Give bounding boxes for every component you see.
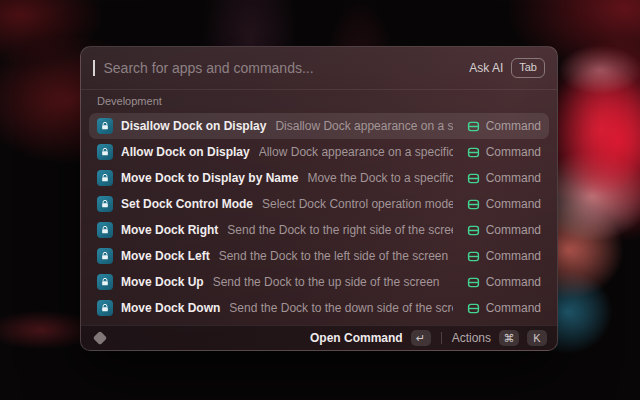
lock-icon <box>100 303 110 313</box>
item-type-label: Command <box>486 171 541 185</box>
list-item-move-dock-down[interactable]: Move Dock Down Send the Dock to the down… <box>89 295 549 321</box>
list-item-move-dock-to-display-by-name[interactable]: Move Dock to Display by Name Move the Do… <box>89 165 549 191</box>
open-command-button[interactable]: Open Command <box>310 331 403 345</box>
lock-icon <box>100 277 110 287</box>
list-item-allow-dock-on-display[interactable]: Allow Dock on Display Allow Dock appeara… <box>89 139 549 165</box>
item-title: Move Dock to Display by Name <box>121 171 298 185</box>
section-header-development: Development <box>89 90 549 108</box>
dock-app-icon <box>97 118 113 134</box>
command-type-icon <box>467 172 480 185</box>
item-accessory: Command <box>467 301 541 315</box>
results-list: Development Disallow Dock on Display Dis… <box>81 90 557 325</box>
item-title: Disallow Dock on Display <box>121 119 266 133</box>
footer-divider <box>441 332 442 344</box>
item-subtitle: Move the Dock to a specific display by N… <box>307 171 452 185</box>
item-subtitle: Send the Dock to the down side of the sc… <box>229 301 452 315</box>
dock-app-icon <box>97 196 113 212</box>
dock-app-icon <box>97 170 113 186</box>
item-type-label: Command <box>486 223 541 237</box>
enter-key-badge: ↵ <box>411 330 431 346</box>
dock-app-icon <box>97 222 113 238</box>
item-subtitle: Allow Dock appearance on a specific disp… <box>259 145 453 159</box>
command-type-icon <box>467 146 480 159</box>
item-title: Move Dock Down <box>121 301 220 315</box>
item-accessory: Command <box>467 119 541 133</box>
list-item-move-dock-left[interactable]: Move Dock Left Send the Dock to the left… <box>89 243 549 269</box>
item-subtitle: Send the Dock to the left side of the sc… <box>219 249 453 263</box>
item-accessory: Command <box>467 249 541 263</box>
cmd-key-badge: ⌘ <box>499 330 519 346</box>
item-title: Allow Dock on Display <box>121 145 250 159</box>
item-subtitle: Select Dock Control operation mode <box>262 197 453 211</box>
item-accessory: Command <box>467 171 541 185</box>
item-type-label: Command <box>486 145 541 159</box>
item-subtitle: Disallow Dock appearance on a specific d… <box>275 119 452 133</box>
item-accessory: Command <box>467 275 541 289</box>
lock-icon <box>100 199 110 209</box>
search-input[interactable] <box>104 60 462 76</box>
item-type-label: Command <box>486 275 541 289</box>
command-launcher-window: Ask AI Tab Development Disallow Dock on … <box>80 46 558 351</box>
item-type-label: Command <box>486 301 541 315</box>
list-item-set-dock-control-mode[interactable]: Set Dock Control Mode Select Dock Contro… <box>89 191 549 217</box>
command-type-icon <box>467 276 480 289</box>
item-title: Move Dock Up <box>121 275 204 289</box>
item-title: Move Dock Left <box>121 249 210 263</box>
command-type-icon <box>467 302 480 315</box>
list-item-move-dock-up[interactable]: Move Dock Up Send the Dock to the up sid… <box>89 269 549 295</box>
lock-icon <box>100 147 110 157</box>
item-title: Move Dock Right <box>121 223 218 237</box>
lock-icon <box>100 251 110 261</box>
item-type-label: Command <box>486 197 541 211</box>
item-title: Set Dock Control Mode <box>121 197 253 211</box>
lock-icon <box>100 225 110 235</box>
lock-icon <box>100 121 110 131</box>
item-accessory: Command <box>467 223 541 237</box>
item-subtitle: Send the Dock to the right side of the s… <box>227 223 452 237</box>
text-caret <box>93 60 95 76</box>
item-subtitle: Send the Dock to the up side of the scre… <box>213 275 453 289</box>
command-type-icon <box>467 120 480 133</box>
command-type-icon <box>467 224 480 237</box>
dock-app-icon <box>97 248 113 264</box>
search-bar: Ask AI Tab <box>81 47 557 90</box>
item-type-label: Command <box>486 249 541 263</box>
command-type-icon <box>467 250 480 263</box>
list-item-disallow-dock-on-display[interactable]: Disallow Dock on Display Disallow Dock a… <box>89 113 549 139</box>
dock-app-icon <box>97 144 113 160</box>
action-bar: Open Command ↵ Actions ⌘ K <box>81 325 557 350</box>
item-accessory: Command <box>467 145 541 159</box>
k-key-badge: K <box>527 330 547 346</box>
ask-ai-button[interactable]: Ask AI <box>469 61 503 75</box>
list-item-move-dock-right[interactable]: Move Dock Right Send the Dock to the rig… <box>89 217 549 243</box>
dock-app-icon <box>97 274 113 290</box>
actions-menu-button[interactable]: Actions <box>452 331 491 345</box>
lock-icon <box>100 173 110 183</box>
command-type-icon <box>467 198 480 211</box>
dock-app-icon <box>97 300 113 316</box>
item-accessory: Command <box>467 197 541 211</box>
tab-key-hint: Tab <box>511 58 545 78</box>
raycast-logo-icon[interactable] <box>93 331 107 345</box>
item-type-label: Command <box>486 119 541 133</box>
